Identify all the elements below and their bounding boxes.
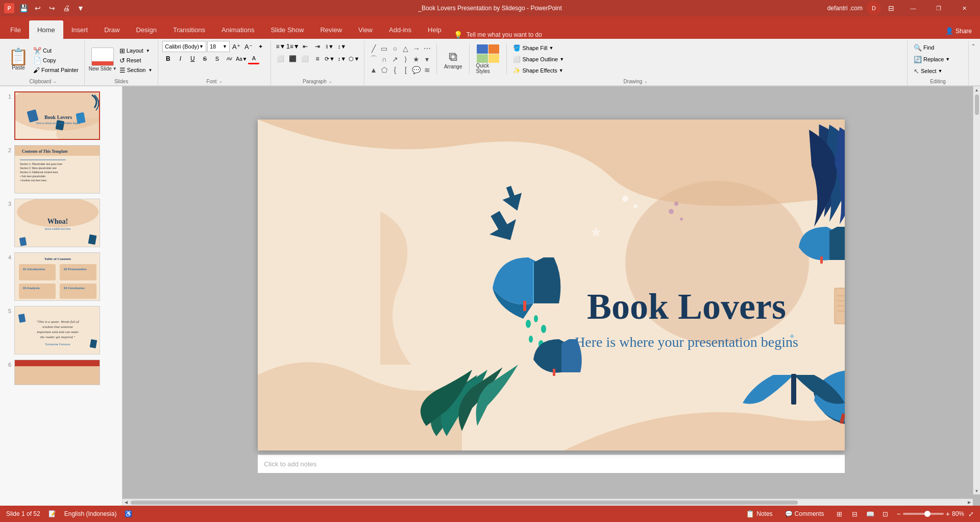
shape-rtriangle-btn[interactable]: △ <box>401 43 411 54</box>
quick-styles-button[interactable]: Quick Styles <box>474 43 502 75</box>
slide-thumb-4[interactable]: 4 Table of Contents 01 Introduction 02 P… <box>2 251 120 302</box>
font-name-select[interactable]: Calibri (Body) ▼ <box>162 41 206 52</box>
cut-button[interactable]: ✂️ Cut <box>32 46 80 55</box>
copy-button[interactable]: 📄 Copy <box>32 56 80 65</box>
shape-callout-btn[interactable]: 💬 <box>411 65 422 75</box>
section-button[interactable]: ☰ Section ▼ <box>118 66 154 75</box>
increase-indent-button[interactable]: ⇥ <box>312 41 323 52</box>
shape-brace-btn[interactable]: { <box>390 65 400 75</box>
tab-animations[interactable]: Animations <box>213 20 262 39</box>
align-right-button[interactable]: ⬜ <box>300 53 311 64</box>
smartart-button[interactable]: ⬡▼ <box>349 53 360 64</box>
slide-thumb-1[interactable]: 1 Book Lovers Here is where your presen <box>2 90 120 141</box>
shape-outline-button[interactable]: ⬜ Shape Outline ▼ <box>511 55 566 64</box>
shape-bracket-btn[interactable]: [ <box>401 65 411 75</box>
share-button[interactable]: 👤 Share <box>939 25 978 37</box>
select-button[interactable]: ↖ Select ▼ <box>912 66 945 76</box>
tab-help[interactable]: Help <box>420 20 450 39</box>
tab-review[interactable]: Review <box>312 20 350 39</box>
shape-star-btn[interactable]: ★ <box>411 54 422 64</box>
underline-button[interactable]: U <box>187 53 198 64</box>
redo-button[interactable]: ↪ <box>46 2 58 14</box>
numbering-button[interactable]: 1≡▼ <box>287 41 299 52</box>
columns-button[interactable]: ⫴▼ <box>324 41 335 52</box>
replace-button[interactable]: 🔄 Replace ▼ <box>912 55 952 64</box>
shape-pentagon-btn[interactable]: ⬠ <box>379 65 389 75</box>
close-button[interactable]: ✕ <box>952 0 976 16</box>
para-expand-icon[interactable]: ⌄ <box>329 79 332 84</box>
strikethrough-button[interactable]: S <box>199 53 210 64</box>
reset-button[interactable]: ↺ Reset <box>118 56 154 65</box>
shape-effects-button[interactable]: ✨ Shape Effects ▼ <box>511 66 566 75</box>
notes-button[interactable]: 📋 Notes <box>742 509 776 519</box>
zoom-slider-thumb[interactable] <box>924 511 930 517</box>
shape-triangle-btn[interactable]: ▲ <box>369 65 379 75</box>
slide-title[interactable]: Book Lovers <box>587 286 786 327</box>
maximize-button[interactable]: ❐ <box>927 0 950 16</box>
slide-sorter-button[interactable]: ⊟ <box>848 508 862 520</box>
reading-view-button[interactable]: 📖 <box>863 508 877 520</box>
line-spacing-button[interactable]: ↕▼ <box>336 41 348 52</box>
tab-view[interactable]: View <box>350 20 381 39</box>
save-button[interactable]: 💾 <box>17 2 30 14</box>
italic-button[interactable]: I <box>175 53 186 64</box>
clear-formatting-button[interactable]: ✦ <box>255 41 266 52</box>
align-text-button[interactable]: ↕▼ <box>336 53 348 64</box>
slide-thumb-6[interactable]: 6 <box>2 359 120 386</box>
tab-design[interactable]: Design <box>128 20 165 39</box>
tab-draw[interactable]: Draw <box>96 20 128 39</box>
shapes-expand-btn[interactable]: ▾ <box>422 54 432 64</box>
shape-arc-btn[interactable]: ∩ <box>379 54 389 64</box>
shape-more-btn[interactable]: ⋯ <box>422 43 432 54</box>
char-spacing-button[interactable]: AV <box>224 53 235 64</box>
quick-access-dropdown[interactable]: ▼ <box>75 2 87 14</box>
horizontal-scrollbar[interactable]: ◀ ▶ <box>122 499 973 506</box>
tab-home[interactable]: Home <box>29 20 63 39</box>
vertical-scrollbar[interactable]: ▲ ▼ <box>973 86 980 494</box>
tab-insert[interactable]: Insert <box>63 20 96 39</box>
tab-file[interactable]: File <box>2 20 29 39</box>
undo-button[interactable]: ↩ <box>32 2 44 14</box>
decrease-indent-button[interactable]: ⇤ <box>300 41 311 52</box>
align-left-button[interactable]: ⬜ <box>275 53 286 64</box>
zoom-slider[interactable] <box>903 513 944 515</box>
slide-thumb-3[interactable]: 3 Whoa! Some subtitle text here <box>2 198 120 248</box>
font-expand-icon[interactable]: ⌄ <box>219 79 223 84</box>
format-painter-button[interactable]: 🖌 Format Painter <box>32 66 80 75</box>
shape-curve-btn[interactable]: ⌒ <box>369 54 379 64</box>
justify-button[interactable]: ≡ <box>312 53 323 64</box>
zoom-in-button[interactable]: + <box>946 510 950 518</box>
normal-view-button[interactable]: ⊞ <box>832 508 847 520</box>
text-direction-button[interactable]: ⟳▼ <box>324 53 335 64</box>
bullets-button[interactable]: ≡▼ <box>275 41 286 52</box>
tab-transitions[interactable]: Transitions <box>165 20 213 39</box>
slide-subtitle[interactable]: Here is where your presentation begins <box>575 334 798 350</box>
scroll-right-button[interactable]: ▶ <box>966 499 973 506</box>
scroll-thumb-v[interactable] <box>975 94 979 115</box>
scroll-down-button[interactable]: ▼ <box>973 487 981 494</box>
layout-button[interactable]: ⊞ Layout ▼ <box>118 46 154 55</box>
presentation-view-button[interactable]: 🖨 <box>60 2 72 14</box>
align-center-button[interactable]: ⬛ <box>287 53 299 64</box>
shape-custom-btn[interactable]: ≋ <box>422 65 432 75</box>
case-change-button[interactable]: Aa▼ <box>236 53 247 64</box>
slide-thumb-5[interactable]: 5 "This is a quote. Words full of wisdom… <box>2 305 120 355</box>
tab-addins[interactable]: Add-ins <box>381 20 420 39</box>
zoom-out-button[interactable]: − <box>897 510 901 518</box>
clipboard-expand-icon[interactable]: ⌄ <box>53 79 57 84</box>
shape-chevron-btn[interactable]: ⟩ <box>401 54 411 64</box>
drawing-expand-icon[interactable]: ⌄ <box>644 79 648 84</box>
lightbulb-icon[interactable]: 💡 <box>454 31 462 39</box>
bold-button[interactable]: B <box>162 53 174 64</box>
notes-area[interactable]: Click to add notes <box>258 455 845 473</box>
minimize-button[interactable]: — <box>901 0 925 16</box>
font-size-select[interactable]: 18 ▼ <box>207 41 230 52</box>
scroll-up-button[interactable]: ▲ <box>973 86 981 93</box>
shape-arrow2-btn[interactable]: ↗ <box>390 54 400 64</box>
find-button[interactable]: 🔍 Find <box>912 43 936 53</box>
shape-circle-btn[interactable]: ○ <box>390 43 400 54</box>
shape-fill-button[interactable]: 🪣 Shape Fill ▼ <box>511 43 566 53</box>
ribbon-display-button[interactable]: ⊟ <box>885 2 897 14</box>
font-color-button[interactable]: A <box>248 53 259 64</box>
shape-rect-btn[interactable]: ▭ <box>379 43 389 54</box>
